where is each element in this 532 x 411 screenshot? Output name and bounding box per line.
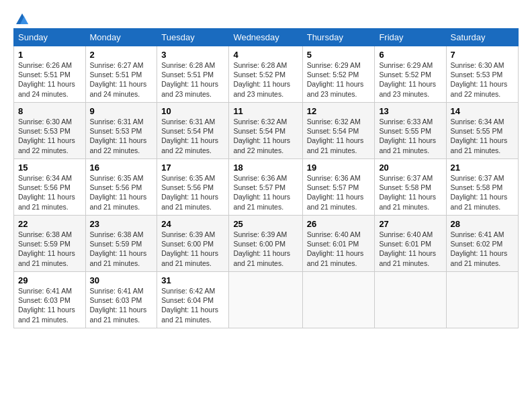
day-info: Sunrise: 6:38 AM Sunset: 5:59 PM Dayligh… bbox=[18, 230, 75, 267]
weekday-header-row: SundayMondayTuesdayWednesdayThursdayFrid… bbox=[14, 29, 519, 46]
day-cell: 23Sunrise: 6:38 AM Sunset: 5:59 PM Dayli… bbox=[85, 216, 157, 272]
day-cell: 29Sunrise: 6:41 AM Sunset: 6:03 PM Dayli… bbox=[14, 272, 86, 328]
day-info: Sunrise: 6:34 AM Sunset: 5:55 PM Dayligh… bbox=[451, 118, 508, 154]
day-info: Sunrise: 6:39 AM Sunset: 6:00 PM Dayligh… bbox=[233, 230, 290, 267]
day-number: 24 bbox=[161, 219, 224, 229]
day-info: Sunrise: 6:37 AM Sunset: 5:58 PM Dayligh… bbox=[379, 174, 436, 211]
week-row-4: 22Sunrise: 6:38 AM Sunset: 5:59 PM Dayli… bbox=[14, 216, 519, 272]
day-number: 27 bbox=[379, 219, 441, 229]
day-info: Sunrise: 6:36 AM Sunset: 5:57 PM Dayligh… bbox=[307, 174, 364, 211]
day-number: 13 bbox=[379, 106, 441, 116]
day-number: 18 bbox=[233, 163, 298, 173]
day-info: Sunrise: 6:41 AM Sunset: 6:03 PM Dayligh… bbox=[18, 287, 75, 324]
day-cell bbox=[302, 272, 375, 328]
day-cell: 14Sunrise: 6:34 AM Sunset: 5:55 PM Dayli… bbox=[446, 103, 519, 159]
weekday-header-sunday: Sunday bbox=[14, 29, 86, 46]
day-cell: 15Sunrise: 6:34 AM Sunset: 5:56 PM Dayli… bbox=[14, 159, 86, 216]
day-info: Sunrise: 6:28 AM Sunset: 5:52 PM Dayligh… bbox=[233, 61, 290, 98]
logo bbox=[13, 12, 30, 24]
day-info: Sunrise: 6:39 AM Sunset: 6:00 PM Dayligh… bbox=[161, 230, 218, 267]
day-number: 2 bbox=[90, 50, 153, 60]
day-cell: 10Sunrise: 6:31 AM Sunset: 5:54 PM Dayli… bbox=[157, 103, 229, 159]
day-cell: 6Sunrise: 6:29 AM Sunset: 5:52 PM Daylig… bbox=[375, 46, 446, 103]
day-number: 30 bbox=[90, 275, 153, 285]
logo-icon bbox=[15, 12, 30, 27]
day-cell: 17Sunrise: 6:35 AM Sunset: 5:56 PM Dayli… bbox=[157, 159, 229, 216]
day-number: 26 bbox=[307, 219, 371, 229]
day-info: Sunrise: 6:33 AM Sunset: 5:55 PM Dayligh… bbox=[379, 118, 436, 154]
day-info: Sunrise: 6:40 AM Sunset: 6:01 PM Dayligh… bbox=[379, 230, 436, 267]
week-row-5: 29Sunrise: 6:41 AM Sunset: 6:03 PM Dayli… bbox=[14, 272, 519, 328]
day-cell: 7Sunrise: 6:30 AM Sunset: 5:53 PM Daylig… bbox=[446, 46, 519, 103]
day-number: 25 bbox=[233, 219, 298, 229]
day-cell: 24Sunrise: 6:39 AM Sunset: 6:00 PM Dayli… bbox=[157, 216, 229, 272]
day-cell: 27Sunrise: 6:40 AM Sunset: 6:01 PM Dayli… bbox=[375, 216, 446, 272]
week-row-1: 1Sunrise: 6:26 AM Sunset: 5:51 PM Daylig… bbox=[14, 46, 519, 103]
day-cell: 3Sunrise: 6:28 AM Sunset: 5:51 PM Daylig… bbox=[157, 46, 229, 103]
day-cell: 1Sunrise: 6:26 AM Sunset: 5:51 PM Daylig… bbox=[14, 46, 86, 103]
day-cell: 13Sunrise: 6:33 AM Sunset: 5:55 PM Dayli… bbox=[375, 103, 446, 159]
day-info: Sunrise: 6:28 AM Sunset: 5:51 PM Dayligh… bbox=[161, 61, 218, 98]
day-cell bbox=[446, 272, 519, 328]
weekday-header-thursday: Thursday bbox=[302, 29, 375, 46]
day-number: 3 bbox=[161, 50, 224, 60]
day-number: 31 bbox=[161, 275, 224, 285]
day-info: Sunrise: 6:36 AM Sunset: 5:57 PM Dayligh… bbox=[233, 174, 290, 211]
day-info: Sunrise: 6:40 AM Sunset: 6:01 PM Dayligh… bbox=[307, 230, 364, 267]
day-number: 23 bbox=[90, 219, 153, 229]
day-cell: 21Sunrise: 6:37 AM Sunset: 5:58 PM Dayli… bbox=[446, 159, 519, 216]
day-number: 22 bbox=[18, 219, 81, 229]
page: SundayMondayTuesdayWednesdayThursdayFrid… bbox=[0, 0, 532, 335]
day-info: Sunrise: 6:37 AM Sunset: 5:58 PM Dayligh… bbox=[451, 174, 508, 211]
weekday-header-monday: Monday bbox=[85, 29, 157, 46]
day-cell: 16Sunrise: 6:35 AM Sunset: 5:56 PM Dayli… bbox=[85, 159, 157, 216]
day-info: Sunrise: 6:38 AM Sunset: 5:59 PM Dayligh… bbox=[90, 230, 147, 267]
day-info: Sunrise: 6:30 AM Sunset: 5:53 PM Dayligh… bbox=[451, 61, 508, 98]
day-number: 29 bbox=[18, 275, 81, 285]
day-cell: 5Sunrise: 6:29 AM Sunset: 5:52 PM Daylig… bbox=[302, 46, 375, 103]
day-cell bbox=[229, 272, 302, 328]
day-info: Sunrise: 6:42 AM Sunset: 6:04 PM Dayligh… bbox=[161, 287, 218, 324]
day-cell: 22Sunrise: 6:38 AM Sunset: 5:59 PM Dayli… bbox=[14, 216, 86, 272]
day-number: 17 bbox=[161, 163, 224, 173]
day-number: 19 bbox=[307, 163, 371, 173]
day-number: 14 bbox=[451, 106, 515, 116]
calendar: SundayMondayTuesdayWednesdayThursdayFrid… bbox=[13, 28, 519, 328]
day-info: Sunrise: 6:31 AM Sunset: 5:54 PM Dayligh… bbox=[161, 118, 218, 154]
week-row-3: 15Sunrise: 6:34 AM Sunset: 5:56 PM Dayli… bbox=[14, 159, 519, 216]
day-number: 15 bbox=[18, 163, 81, 173]
day-info: Sunrise: 6:35 AM Sunset: 5:56 PM Dayligh… bbox=[161, 174, 218, 211]
day-info: Sunrise: 6:26 AM Sunset: 5:51 PM Dayligh… bbox=[18, 61, 75, 98]
day-info: Sunrise: 6:41 AM Sunset: 6:02 PM Dayligh… bbox=[451, 230, 508, 267]
day-number: 9 bbox=[90, 106, 153, 116]
day-info: Sunrise: 6:31 AM Sunset: 5:53 PM Dayligh… bbox=[90, 118, 147, 154]
day-cell: 31Sunrise: 6:42 AM Sunset: 6:04 PM Dayli… bbox=[157, 272, 229, 328]
day-cell: 8Sunrise: 6:30 AM Sunset: 5:53 PM Daylig… bbox=[14, 103, 86, 159]
day-info: Sunrise: 6:34 AM Sunset: 5:56 PM Dayligh… bbox=[18, 174, 75, 211]
day-number: 10 bbox=[161, 106, 224, 116]
day-cell: 4Sunrise: 6:28 AM Sunset: 5:52 PM Daylig… bbox=[229, 46, 302, 103]
day-cell: 19Sunrise: 6:36 AM Sunset: 5:57 PM Dayli… bbox=[302, 159, 375, 216]
day-cell: 28Sunrise: 6:41 AM Sunset: 6:02 PM Dayli… bbox=[446, 216, 519, 272]
day-number: 21 bbox=[451, 163, 515, 173]
day-number: 28 bbox=[451, 219, 515, 229]
day-cell: 25Sunrise: 6:39 AM Sunset: 6:00 PM Dayli… bbox=[229, 216, 302, 272]
day-info: Sunrise: 6:32 AM Sunset: 5:54 PM Dayligh… bbox=[307, 118, 364, 154]
day-number: 8 bbox=[18, 106, 81, 116]
day-number: 20 bbox=[379, 163, 441, 173]
day-info: Sunrise: 6:32 AM Sunset: 5:54 PM Dayligh… bbox=[233, 118, 290, 154]
day-info: Sunrise: 6:30 AM Sunset: 5:53 PM Dayligh… bbox=[18, 118, 75, 154]
day-cell: 30Sunrise: 6:41 AM Sunset: 6:03 PM Dayli… bbox=[85, 272, 157, 328]
day-cell: 20Sunrise: 6:37 AM Sunset: 5:58 PM Dayli… bbox=[375, 159, 446, 216]
week-row-2: 8Sunrise: 6:30 AM Sunset: 5:53 PM Daylig… bbox=[14, 103, 519, 159]
weekday-header-wednesday: Wednesday bbox=[229, 29, 302, 46]
day-number: 11 bbox=[233, 106, 298, 116]
day-cell: 11Sunrise: 6:32 AM Sunset: 5:54 PM Dayli… bbox=[229, 103, 302, 159]
day-cell: 12Sunrise: 6:32 AM Sunset: 5:54 PM Dayli… bbox=[302, 103, 375, 159]
day-info: Sunrise: 6:41 AM Sunset: 6:03 PM Dayligh… bbox=[90, 287, 147, 324]
header bbox=[13, 12, 519, 24]
day-number: 16 bbox=[90, 163, 153, 173]
day-number: 5 bbox=[307, 50, 371, 60]
day-info: Sunrise: 6:29 AM Sunset: 5:52 PM Dayligh… bbox=[379, 61, 436, 98]
day-cell: 2Sunrise: 6:27 AM Sunset: 5:51 PM Daylig… bbox=[85, 46, 157, 103]
